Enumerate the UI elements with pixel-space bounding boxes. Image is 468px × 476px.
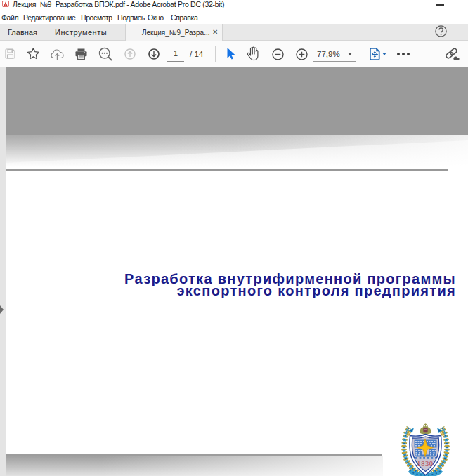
svg-text:1830: 1830 [417,460,433,468]
